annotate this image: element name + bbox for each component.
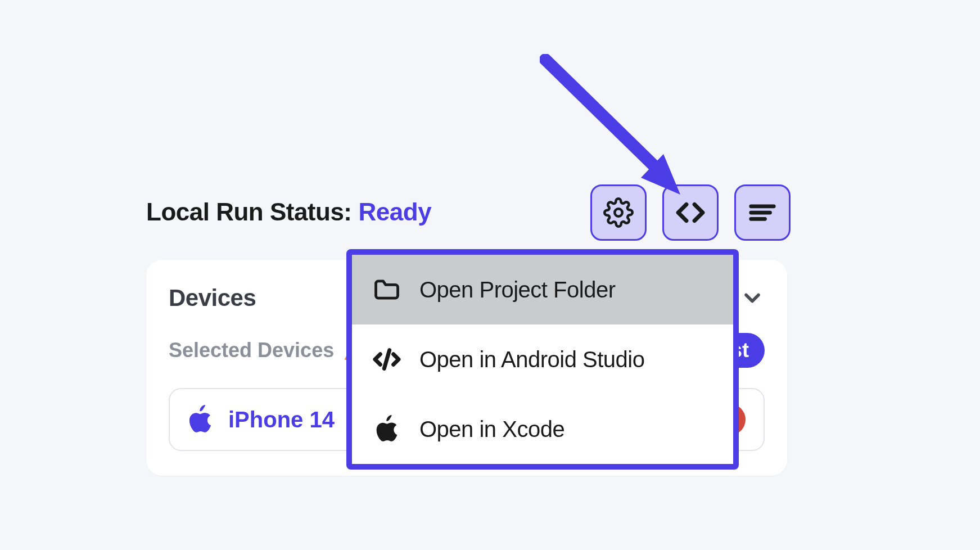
status-value: Ready [359, 198, 432, 226]
menu-open-xcode[interactable]: Open in Xcode [352, 394, 733, 464]
code-slash-icon [371, 344, 403, 375]
devices-title: Devices [169, 285, 256, 312]
svg-point-2 [615, 209, 622, 217]
annotation-arrow [540, 54, 697, 200]
svg-line-0 [545, 60, 666, 178]
menu-label: Open in Xcode [419, 417, 564, 442]
menu-open-android-studio[interactable]: Open in Android Studio [352, 324, 733, 394]
code-menu-popup: Open Project Folder Open in Android Stud… [346, 249, 739, 470]
menu-button[interactable] [734, 184, 791, 241]
status-row: Local Run Status: Ready [146, 198, 431, 226]
svg-line-6 [384, 350, 389, 369]
menu-label: Open in Android Studio [419, 347, 644, 372]
status-label: Local Run Status: [146, 198, 352, 226]
menu-icon [747, 197, 778, 228]
menu-open-project-folder[interactable]: Open Project Folder [352, 255, 733, 324]
menu-label: Open Project Folder [419, 277, 615, 303]
gear-icon [603, 197, 634, 228]
selected-devices-label: Selected Devices [169, 339, 334, 362]
code-icon [674, 196, 707, 229]
apple-icon [188, 405, 213, 434]
device-name: iPhone 14 [228, 407, 335, 432]
apple-icon [375, 415, 399, 443]
chevron-down-icon [740, 286, 765, 310]
folder-icon [372, 275, 401, 304]
